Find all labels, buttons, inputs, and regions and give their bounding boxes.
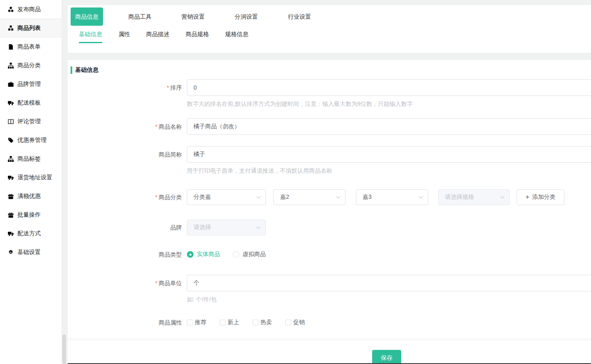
sidebar: 发布商品 商品列表 商品表单 商品分类 品牌管理 配送模板 评论管理 优惠券管 <box>0 0 61 364</box>
gear-icon <box>8 249 14 255</box>
subtab-product-spec[interactable]: 商品规格 <box>186 31 209 43</box>
category-level2-select[interactable]: 嘉2 <box>273 189 346 205</box>
section-header: 基础信息 <box>68 60 591 74</box>
subtab-attributes[interactable]: 属性 <box>118 31 130 43</box>
checkbox-label: 促销 <box>293 319 305 326</box>
product-category-label: *商品分类 <box>68 189 187 205</box>
sidebar-item-label: 评论管理 <box>17 118 41 125</box>
sidebar-item-full-amount-discount[interactable]: 满额优惠 <box>0 187 61 205</box>
basic-info-form-panel: 基础信息 *排序 数字大的排名在前,默认排序方式为创建时间，注意：输入最大数为9… <box>68 60 591 340</box>
product-attributes-row: 商品属性 推荐 新上 <box>68 318 591 327</box>
add-category-label: 添加分类 <box>532 193 555 201</box>
add-category-button[interactable]: + 添加分类 <box>517 189 564 205</box>
sidebar-item-brand-management[interactable]: 品牌管理 <box>0 75 61 93</box>
product-type-row: 商品类型 实体商品 虚拟商品 <box>68 250 591 259</box>
cubes-icon <box>8 25 14 31</box>
chevron-down-icon <box>257 225 261 229</box>
section-title: 基础信息 <box>75 66 98 74</box>
checkbox-hot-sale[interactable]: 热卖 <box>253 319 272 326</box>
sidebar-item-label: 配送方式 <box>17 230 41 237</box>
checkbox-recommended[interactable]: 推荐 <box>187 319 206 326</box>
sidebar-item-label: 品牌管理 <box>17 81 41 88</box>
radio-virtual-product[interactable]: 虚拟商品 <box>233 251 266 258</box>
sidebar-item-delivery-method[interactable]: 配送方式 <box>0 224 61 243</box>
sidebar-item-batch-operations[interactable]: 批量操作 <box>0 205 61 224</box>
category-level3-select[interactable]: 嘉3 <box>356 189 428 205</box>
category-level3-value: 嘉3 <box>363 193 372 201</box>
sidebar-item-label: 商品分类 <box>17 62 41 69</box>
subtab-spec-info[interactable]: 规格信息 <box>225 31 248 43</box>
cubes-icon <box>8 7 14 12</box>
sidebar-item-publish-product[interactable]: 发布商品 <box>0 0 61 19</box>
sort-row: *排序 数字大的排名在前,默认排序方式为创建时间，注意：输入最大数为9位数，只能… <box>68 79 591 108</box>
category-level1-select[interactable]: 分类嘉 <box>187 189 266 205</box>
product-short-name-hint: 用于打印电子面单，支付通道推送，不填默认用商品名称 <box>187 167 591 175</box>
sidebar-item-return-address-settings[interactable]: 退货地址设置 <box>0 168 61 187</box>
category-level1-value: 分类嘉 <box>194 193 211 201</box>
radio-checked-icon <box>187 251 194 258</box>
tabs-header-panel: 商品信息 商品工具 营销设置 分润设置 行业设置 基础信息 属性 商品描述 商品… <box>68 5 591 53</box>
sidebar-item-label: 配送模板 <box>17 99 41 107</box>
product-edit-page: 发布商品 商品列表 商品表单 商品分类 品牌管理 配送模板 评论管理 优惠券管 <box>0 0 591 364</box>
save-button[interactable]: 保存 <box>372 350 401 364</box>
sitemap-icon <box>8 63 14 68</box>
truck-icon <box>8 231 14 237</box>
product-category-row: *商品分类 分类嘉 嘉2 嘉3 <box>68 189 591 205</box>
radio-label: 虚拟商品 <box>243 251 266 258</box>
tab-product-info[interactable]: 商品信息 <box>71 7 103 26</box>
product-type-radio-group: 实体商品 虚拟商品 <box>187 250 591 259</box>
sidebar-scrollbar-thumb[interactable] <box>62 335 66 364</box>
truck-icon <box>8 175 14 181</box>
checkbox-new-arrival[interactable]: 新上 <box>220 319 239 326</box>
product-name-row: *商品名称 <box>68 118 591 135</box>
product-short-name-input[interactable] <box>187 146 591 163</box>
plus-icon: + <box>525 194 529 200</box>
subtab-product-description[interactable]: 商品描述 <box>146 31 169 43</box>
checkbox-promotion[interactable]: 促销 <box>285 319 305 326</box>
tags-icon <box>8 137 14 143</box>
chevron-down-icon <box>257 195 261 199</box>
tab-profit-settings[interactable]: 分润设置 <box>220 7 273 26</box>
sidebar-item-basic-settings[interactable]: 基础设置 <box>0 243 61 261</box>
product-short-name-label: 商品简称 <box>68 146 187 175</box>
sidebar-item-delivery-template[interactable]: 配送模板 <box>0 93 61 112</box>
chevron-down-icon <box>419 195 423 199</box>
sort-input[interactable] <box>187 79 591 96</box>
brand-select[interactable]: 请选择 <box>187 220 266 235</box>
sidebar-scrollbar-track <box>61 0 68 364</box>
radio-physical-product[interactable]: 实体商品 <box>187 251 220 258</box>
sidebar-item-product-tags[interactable]: 商品标签 <box>0 149 61 168</box>
sidebar-item-label: 满额优惠 <box>17 193 41 200</box>
product-unit-input[interactable] <box>187 275 591 291</box>
product-unit-hint: 如: 个/件/包 <box>187 296 591 303</box>
main-tabs: 商品信息 商品工具 营销设置 分润设置 行业设置 <box>68 5 591 26</box>
tab-marketing-settings[interactable]: 营销设置 <box>167 7 220 26</box>
product-short-name-row: 商品简称 用于打印电子面单，支付通道推送，不填默认用商品名称 <box>68 146 591 175</box>
product-unit-label: *商品单位 <box>68 275 187 303</box>
sidebar-item-label: 优惠券管理 <box>17 137 47 144</box>
chevron-down-icon <box>336 195 341 199</box>
sidebar-item-comment-management[interactable]: 评论管理 <box>0 112 61 131</box>
sidebar-item-label: 退货地址设置 <box>17 174 52 181</box>
tab-industry-settings[interactable]: 行业设置 <box>273 7 326 26</box>
sidebar-item-coupon-management[interactable]: 优惠券管理 <box>0 131 61 149</box>
sidebar-item-product-form[interactable]: 商品表单 <box>0 37 61 56</box>
form-footer: 保存 <box>68 340 591 363</box>
product-name-input[interactable] <box>187 118 591 135</box>
gift-icon <box>8 193 14 199</box>
sub-tabs: 基础信息 属性 商品描述 商品规格 规格信息 <box>68 26 591 43</box>
subtab-basic-info[interactable]: 基础信息 <box>79 31 102 43</box>
category-spec-placeholder: 请选择规格 <box>445 193 474 201</box>
sitemap-icon <box>8 156 14 162</box>
sidebar-item-label: 商品标签 <box>17 155 41 163</box>
product-name-label: *商品名称 <box>68 118 187 135</box>
tab-product-tools[interactable]: 商品工具 <box>113 7 167 26</box>
gift-icon <box>8 212 14 218</box>
product-type-label: 商品类型 <box>68 250 187 259</box>
sidebar-item-product-category[interactable]: 商品分类 <box>0 56 61 75</box>
category-spec-select[interactable]: 请选择规格 <box>438 189 510 205</box>
checkbox-unchecked-icon <box>253 320 258 325</box>
required-mark: * <box>155 194 157 200</box>
sidebar-item-product-list[interactable]: 商品列表 <box>0 19 61 37</box>
product-attributes-checkbox-group: 推荐 新上 热卖 促销 <box>187 318 591 327</box>
